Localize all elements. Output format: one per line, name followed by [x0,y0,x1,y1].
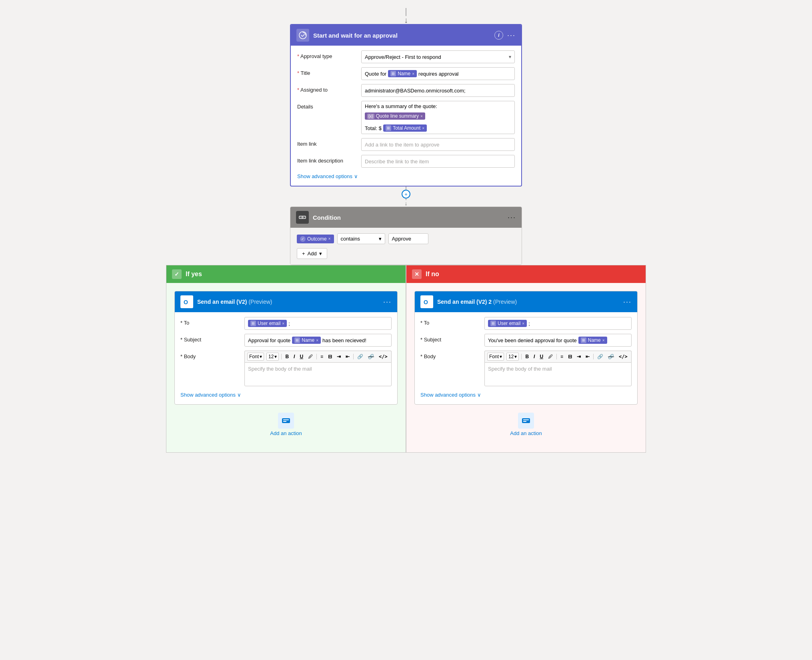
email-left-body-label: * Body [180,351,240,359]
email-left-body-row: * Body Font ▾ 12 ▾ [180,351,392,386]
info-button[interactable]: i [494,31,503,40]
advanced-chevron-right: ∨ [477,392,481,398]
code-button-right[interactable]: </> [618,353,629,360]
font-select-left[interactable]: Font ▾ [247,353,264,361]
ol-button-right[interactable]: ⊟ [567,353,573,360]
email-right-body-input[interactable]: Specify the body of the mail [484,362,632,386]
email-right-subject-row: * Subject You've been denied approval fo… [420,334,632,347]
title-tag-remove[interactable]: × [412,72,414,76]
email-left-to-input[interactable]: ⊞ User email × ; [244,317,392,330]
highlight-button-left[interactable]: 🖊 [307,353,314,360]
email-right-subject-input[interactable]: You've been denied approval for quote ⊞ … [484,334,632,347]
ol-button-left[interactable]: ⊟ [327,353,333,360]
email-right-to-input[interactable]: ⊞ User email × ; [484,317,632,330]
font-chevron-right: ▾ [500,354,502,359]
email-right-show-advanced[interactable]: Show advanced options ∨ [420,390,632,399]
outcome-tag: ✓ Outcome × [297,235,334,243]
name-tag-remove-right[interactable]: × [602,338,605,343]
approval-type-dropdown[interactable]: Approve/Reject - First to respond ▾ [361,50,515,63]
add-action-right-button[interactable]: Add an action [510,413,542,436]
link-button-right[interactable]: 🔗 [596,353,604,360]
bold-button-right[interactable]: B [524,353,530,360]
outdent-button-left[interactable]: ⇤ [344,353,351,360]
italic-button-right[interactable]: I [532,353,536,360]
email-left-to-label: * To [180,317,240,326]
email-right-user-tag: ⊞ User email × [488,320,527,327]
details-row: Details Here's a summary of the quote: {… [297,101,515,134]
email-left-more-options[interactable]: ··· [383,298,392,306]
email-right-body-field: Font ▾ 12 ▾ B I [484,351,632,386]
dropdown-chevron-icon: ▾ [509,54,511,60]
email-right-name-tag: ⊞ Name × [578,337,607,344]
details-total-row: Total: $ ⊞ Total Amount × [365,124,511,132]
title-label: * Title [297,67,357,76]
condition-value-input[interactable]: Approve [388,233,428,244]
underline-button-left[interactable]: U [298,353,304,360]
toolbar-sep2-right [556,354,557,359]
email-left-to-field: ⊞ User email × ; [244,317,392,330]
condition-title: Condition [313,214,504,221]
font-select-right[interactable]: Font ▾ [487,353,504,361]
unlink-button-right[interactable]: 🔗 [607,353,615,360]
assigned-to-input[interactable]: administrator@BASDemo.onmicrosoft.com; [361,84,515,97]
condition-operator-dropdown[interactable]: contains ▾ [337,233,385,244]
indent-button-left[interactable]: ⇥ [336,353,342,360]
svg-rect-5 [283,419,289,420]
link-button-left[interactable]: 🔗 [356,353,364,360]
add-action-left-button[interactable]: Add an action [270,413,302,436]
user-tag-remove-right[interactable]: × [522,321,524,326]
item-link-input[interactable]: Add a link to the item to approve [361,138,515,151]
title-input[interactable]: Quote for ⊞ Name × requires approval [361,67,515,80]
email-left-toolbar: Font ▾ 12 ▾ B I [244,351,392,362]
email-left-header: O Send an email (V2) (Preview) ··· [175,291,397,312]
title-suffix: requires approval [418,71,458,77]
email-left-subject-row: * Subject Approval for quote ⊞ Name × [180,334,392,347]
item-link-desc-input[interactable]: Describe the link to the item [361,155,515,168]
approval-more-options[interactable]: ··· [507,31,516,40]
if-yes-branch: ✓ If yes O Send an email [166,265,406,453]
email-left-subject-input[interactable]: Approval for quote ⊞ Name × has been rec… [244,334,392,347]
email-right-to-row: * To ⊞ User email × ; [420,317,632,330]
email-left-body-input[interactable]: Specify the body of the mail [244,362,392,386]
email-left-title: Send an email (V2) (Preview) [197,299,379,305]
outcome-tag-remove[interactable]: × [328,237,331,241]
highlight-button-right[interactable]: 🖊 [547,353,554,360]
add-step-button[interactable]: + [402,190,410,199]
yes-check-icon: ✓ [172,269,182,279]
fontsize-select-right[interactable]: 12 ▾ [506,353,519,361]
toolbar-sep1-left [281,354,282,359]
if-no-header: ✕ If no [406,265,646,283]
outlook-icon-right: O [420,295,433,308]
total-tag-remove[interactable]: × [422,126,424,130]
indent-button-right[interactable]: ⇥ [576,353,582,360]
add-action-right-container: Add an action [414,405,638,444]
code-button-left[interactable]: </> [378,353,389,360]
email-left-user-tag: ⊞ User email × [248,320,287,327]
bold-button-left[interactable]: B [284,353,290,360]
condition-more-options[interactable]: ··· [508,213,516,222]
quote-tag-remove[interactable]: × [420,114,423,118]
email-left-show-advanced[interactable]: Show advanced options ∨ [180,390,392,399]
underline-button-right[interactable]: U [538,353,544,360]
toolbar-sep3-right [593,354,594,359]
email-right-to-label: * To [420,317,480,326]
unlink-button-left[interactable]: 🔗 [367,353,375,360]
ul-button-left[interactable]: ≡ [319,353,324,360]
approval-show-advanced[interactable]: Show advanced options ∨ [297,172,515,181]
email-right-body-label: * Body [420,351,480,359]
details-field: Here's a summary of the quote: {x} Quote… [361,101,515,134]
italic-button-left[interactable]: I [292,353,296,360]
condition-header: Condition ··· [290,207,522,228]
name-tag-remove-left[interactable]: × [316,338,318,343]
details-quote-row: {x} Quote line summary × [365,112,511,120]
ul-button-right[interactable]: ≡ [559,353,564,360]
email-right-body: * To ⊞ User email × ; [415,312,637,404]
add-action-left-container: Add an action [174,405,398,444]
email-right-to-field: ⊞ User email × ; [484,317,632,330]
details-input[interactable]: Here's a summary of the quote: {x} Quote… [361,101,515,134]
email-right-more-options[interactable]: ··· [623,298,632,306]
add-condition-button[interactable]: + Add ▾ [297,248,327,259]
fontsize-select-left[interactable]: 12 ▾ [266,353,279,361]
outdent-button-right[interactable]: ⇤ [584,353,591,360]
user-tag-remove-left[interactable]: × [282,321,284,326]
